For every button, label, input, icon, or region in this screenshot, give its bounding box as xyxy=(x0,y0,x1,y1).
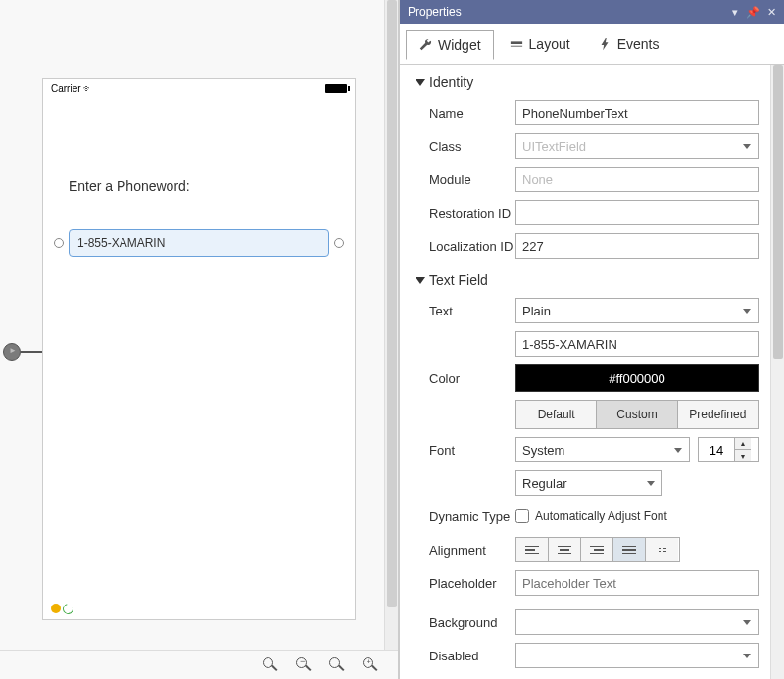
name-input[interactable] xyxy=(515,100,759,125)
zoom-out-icon[interactable] xyxy=(296,657,312,673)
svg-rect-0 xyxy=(510,41,521,44)
placeholder-label: Placeholder xyxy=(416,576,515,591)
step-down-icon[interactable]: ▼ xyxy=(735,450,751,461)
align-right-button[interactable] xyxy=(581,538,613,561)
properties-scrollbar[interactable] xyxy=(770,65,784,679)
chevron-down-icon xyxy=(416,79,425,86)
tab-events-label: Events xyxy=(617,36,660,52)
disabled-select[interactable] xyxy=(515,643,759,668)
zoom-fit-icon[interactable] xyxy=(263,657,278,673)
carrier-label: Carrier xyxy=(51,83,81,94)
font-size-input[interactable] xyxy=(699,443,734,458)
text-label: Text xyxy=(416,304,515,318)
font-size-stepper[interactable]: ▲▼ xyxy=(698,437,759,462)
seg-custom[interactable]: Custom xyxy=(597,401,677,428)
device-status-bar: Carrier ᯤ xyxy=(43,79,355,98)
selection-handle-left[interactable] xyxy=(54,238,64,248)
properties-title-bar[interactable]: Properties ▾ 📌 ✕ xyxy=(400,0,784,24)
align-justify-button[interactable] xyxy=(613,538,646,561)
entry-point-node[interactable] xyxy=(3,343,21,361)
zoom-toolbar xyxy=(0,650,398,679)
color-hex-value: #ff000000 xyxy=(609,371,665,386)
align-left-button[interactable] xyxy=(516,538,549,561)
close-icon[interactable]: ✕ xyxy=(767,6,776,19)
tab-widget-label: Widget xyxy=(438,37,481,53)
identity-title: Identity xyxy=(429,74,473,90)
class-label: Class xyxy=(416,139,515,154)
background-select[interactable] xyxy=(515,609,759,635)
color-swatch[interactable]: #ff000000 xyxy=(515,364,759,392)
properties-tabs: Widget Layout Events xyxy=(400,24,784,65)
step-up-icon[interactable]: ▲ xyxy=(735,438,751,450)
phoneword-textfield[interactable]: 1-855-XAMARIN xyxy=(69,229,329,257)
pin-icon[interactable]: 📌 xyxy=(746,6,760,19)
wifi-icon: ᯤ xyxy=(83,83,93,94)
align-center-button[interactable] xyxy=(549,538,581,561)
name-label: Name xyxy=(416,106,515,121)
device-footer-icons xyxy=(51,604,73,613)
phoneword-textfield-value: 1-855-XAMARIN xyxy=(77,236,165,250)
tab-layout-label: Layout xyxy=(529,36,570,52)
section-textfield: Text Field Text Color #ff000000 Default … xyxy=(416,272,759,668)
dyntype-check-label: Automatically Adjust Font xyxy=(535,509,667,523)
properties-title: Properties xyxy=(408,5,462,19)
section-header-identity[interactable]: Identity xyxy=(416,74,759,90)
alignment-group xyxy=(515,537,680,562)
refresh-dot-icon xyxy=(63,604,73,613)
properties-panel: Properties ▾ 📌 ✕ Widget Layout Events Id… xyxy=(399,0,784,679)
color-mode-segment: Default Custom Predefined xyxy=(515,400,759,429)
class-input[interactable] xyxy=(515,133,759,159)
text-value-input[interactable] xyxy=(515,331,759,357)
module-label: Module xyxy=(416,172,515,187)
tab-events[interactable]: Events xyxy=(586,30,671,58)
restoration-input[interactable] xyxy=(515,200,759,225)
font-family-select[interactable] xyxy=(515,437,690,462)
alignment-label: Alignment xyxy=(416,543,515,558)
device-frame[interactable]: Carrier ᯤ Enter a Phoneword: 1-855-XAMAR… xyxy=(42,78,356,620)
font-weight-select[interactable] xyxy=(515,470,662,496)
zoom-in-icon[interactable] xyxy=(363,657,378,673)
module-input[interactable] xyxy=(515,167,759,192)
panel-menu-icon[interactable]: ▾ xyxy=(732,6,738,19)
selection-handle-right[interactable] xyxy=(334,238,344,248)
textfield-title: Text Field xyxy=(429,272,488,288)
dyntype-label: Dynamic Type xyxy=(416,509,515,524)
color-label: Color xyxy=(416,371,515,386)
design-canvas[interactable]: Carrier ᯤ Enter a Phoneword: 1-855-XAMAR… xyxy=(0,0,399,679)
localization-input[interactable] xyxy=(515,233,759,259)
warning-dot-icon xyxy=(51,604,61,613)
section-identity: Identity Name Class Module Restoration I… xyxy=(416,74,759,259)
placeholder-input[interactable] xyxy=(515,570,759,596)
seg-predefined[interactable]: Predefined xyxy=(678,401,758,428)
seg-default[interactable]: Default xyxy=(516,401,597,428)
text-mode-select[interactable] xyxy=(515,298,759,323)
zoom-reset-icon[interactable] xyxy=(329,657,345,673)
battery-icon xyxy=(325,84,347,93)
align-natural-button[interactable] xyxy=(646,538,678,561)
restoration-label: Restoration ID xyxy=(416,206,515,220)
dyntype-checkbox[interactable] xyxy=(515,509,529,523)
background-label: Background xyxy=(416,615,515,630)
tab-widget[interactable]: Widget xyxy=(406,30,494,60)
chevron-down-icon xyxy=(416,277,425,284)
layout-icon xyxy=(510,37,523,51)
wrench-icon xyxy=(418,38,432,52)
section-header-textfield[interactable]: Text Field xyxy=(416,272,759,288)
svg-rect-1 xyxy=(510,45,521,46)
tab-layout[interactable]: Layout xyxy=(498,30,582,58)
disabled-label: Disabled xyxy=(416,649,515,663)
lightning-icon xyxy=(598,37,612,51)
localization-label: Localization ID xyxy=(416,239,515,254)
phoneword-label[interactable]: Enter a Phoneword: xyxy=(69,178,329,194)
canvas-scrollbar[interactable] xyxy=(384,0,398,650)
font-label: Font xyxy=(416,443,515,458)
